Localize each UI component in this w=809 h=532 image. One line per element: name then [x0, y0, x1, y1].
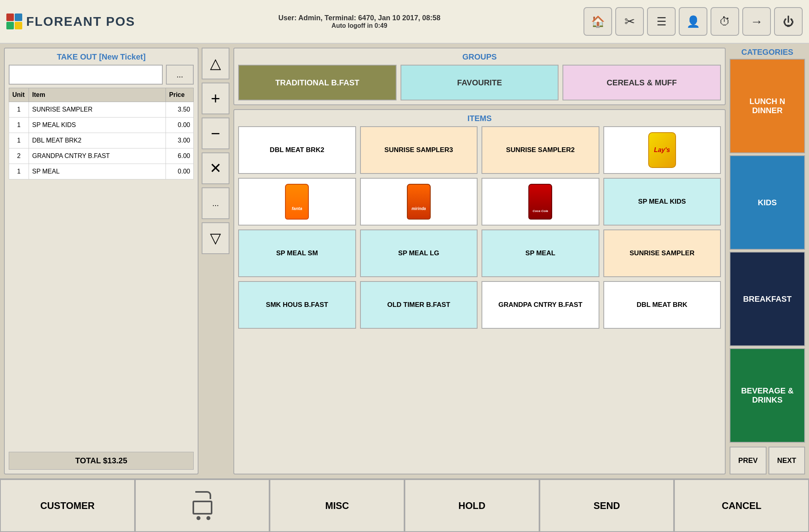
- cart-wheel-left: [196, 516, 200, 520]
- groups-buttons: TRADITIONAL B.FAST FAVOURITE CEREALS & M…: [238, 65, 721, 100]
- item-dbl-meat-brk2[interactable]: DBL MEAT BRK2: [238, 126, 356, 174]
- items-section: ITEMS DBL MEAT BRK2 SUNRISE SAMPLER3 SUN…: [233, 109, 726, 474]
- prev-button[interactable]: PREV: [730, 447, 767, 474]
- row-price: 0.00: [166, 164, 194, 179]
- center-panel: GROUPS TRADITIONAL B.FAST FAVOURITE CERE…: [233, 48, 726, 474]
- cart-body: [193, 501, 212, 515]
- logo-cell-red: [6, 13, 14, 21]
- ticket-input[interactable]: [9, 65, 163, 85]
- table-row[interactable]: 1 SP MEAL KIDS 0.00: [9, 118, 194, 133]
- row-unit: 1: [9, 164, 29, 179]
- item-sunrise-sampler[interactable]: SUNRISE SAMPLER: [603, 229, 721, 277]
- add-button[interactable]: +: [202, 83, 229, 114]
- categories-title: CATEGORIES: [730, 48, 805, 57]
- item-fanta[interactable]: [238, 178, 356, 226]
- item-dbl-meat-brk[interactable]: DBL MEAT BRK: [603, 281, 721, 329]
- forward-button[interactable]: →: [742, 7, 771, 36]
- up-arrow-button[interactable]: △: [202, 48, 229, 79]
- cocacola-image: [528, 184, 552, 220]
- cart-icon: [193, 491, 212, 520]
- table-row[interactable]: 1 SP MEAL 0.00: [9, 164, 194, 179]
- cancel-button[interactable]: CANCEL: [674, 479, 809, 532]
- cart-wheels: [196, 516, 210, 520]
- item-sunrise-sampler2[interactable]: SUNRISE SAMPLER2: [482, 126, 599, 174]
- header-info: User: Admin, Terminal: 6470, Jan 10 2017…: [143, 14, 576, 29]
- item-sunrise-sampler3[interactable]: SUNRISE SAMPLER3: [360, 126, 478, 174]
- subtract-button[interactable]: −: [202, 118, 229, 149]
- row-item: DBL MEAT BRK2: [29, 133, 166, 148]
- row-price: 3.50: [166, 102, 194, 118]
- logo-grid: [6, 13, 22, 29]
- table-row[interactable]: 2 GRANDPA CNTRY B.FAST 6.00: [9, 148, 194, 164]
- list-button[interactable]: ☰: [647, 7, 676, 36]
- item-sp-meal-sm[interactable]: SP MEAL SM: [238, 229, 356, 277]
- group-favourite[interactable]: FAVOURITE: [401, 65, 559, 100]
- row-price: 0.00: [166, 118, 194, 133]
- item-mirinda[interactable]: [360, 178, 478, 226]
- group-traditional-bfast[interactable]: TRADITIONAL B.FAST: [238, 65, 397, 100]
- item-cocacola[interactable]: [482, 178, 599, 226]
- item-old-timer-bfast[interactable]: OLD TIMER B.FAST: [360, 281, 478, 329]
- category-kids[interactable]: KIDS: [730, 155, 805, 250]
- cart-handle: [195, 491, 211, 499]
- row-item: SP MEAL KIDS: [29, 118, 166, 133]
- table-row[interactable]: 1 SUNRISE SAMPLER 3.50: [9, 102, 194, 118]
- down-arrow-button[interactable]: ▽: [202, 222, 229, 254]
- header-icons: 🏠 ✂ ☰ 👤 ⏱ → ⏻: [584, 7, 803, 36]
- items-grid: DBL MEAT BRK2 SUNRISE SAMPLER3 SUNRISE S…: [238, 126, 721, 329]
- left-panel: TAKE OUT [New Ticket] ... Unit Item Pric…: [4, 48, 198, 474]
- send-button[interactable]: SEND: [539, 479, 674, 532]
- timer-button[interactable]: ⏱: [711, 7, 739, 36]
- left-panel-wrapper: TAKE OUT [New Ticket] ... Unit Item Pric…: [4, 48, 229, 474]
- category-beverage-drinks[interactable]: BEVERAGE & DRINKS: [730, 348, 805, 443]
- item-smk-hous-bfast[interactable]: SMK HOUS B.FAST: [238, 281, 356, 329]
- item-sp-meal-lg[interactable]: SP MEAL LG: [360, 229, 478, 277]
- user-settings-button[interactable]: 👤: [679, 7, 707, 36]
- row-item: SUNRISE SAMPLER: [29, 102, 166, 118]
- item-sp-meal[interactable]: SP MEAL: [482, 229, 599, 277]
- category-nav: PREV NEXT: [730, 447, 805, 474]
- item-sp-meal-kids[interactable]: SP MEAL KIDS: [603, 178, 721, 226]
- right-panel: CATEGORIES LUNCH N DINNER KIDS BREAKFAST…: [730, 48, 805, 474]
- col-unit: Unit: [9, 88, 29, 102]
- logo-text: FLOREANT POS: [26, 14, 135, 29]
- col-item: Item: [29, 88, 166, 102]
- item-lays[interactable]: [603, 126, 721, 174]
- tools-button[interactable]: ✂: [615, 7, 644, 36]
- row-price: 3.00: [166, 133, 194, 148]
- misc-button[interactable]: MISC: [270, 479, 404, 532]
- header: FLOREANT POS User: Admin, Terminal: 6470…: [0, 0, 809, 44]
- category-breakfast[interactable]: BREAKFAST: [730, 252, 805, 346]
- row-item: GRANDPA CNTRY B.FAST: [29, 148, 166, 164]
- more-button[interactable]: ...: [202, 187, 229, 219]
- main-content: TAKE OUT [New Ticket] ... Unit Item Pric…: [0, 44, 809, 478]
- hold-button[interactable]: HOLD: [404, 479, 539, 532]
- category-lunch-dinner[interactable]: LUNCH N DINNER: [730, 59, 805, 153]
- ellipsis-button[interactable]: ...: [166, 65, 194, 85]
- row-unit: 2: [9, 148, 29, 164]
- home-button[interactable]: 🏠: [584, 7, 612, 36]
- next-button[interactable]: NEXT: [769, 447, 805, 474]
- item-grandpa-cntry-bfast[interactable]: GRANDPA CNTRY B.FAST: [482, 281, 599, 329]
- items-title: ITEMS: [238, 114, 721, 123]
- remove-button[interactable]: ✕: [202, 152, 229, 184]
- col-price: Price: [166, 88, 194, 102]
- power-button[interactable]: ⏻: [774, 7, 803, 36]
- table-row[interactable]: 1 DBL MEAT BRK2 3.00: [9, 133, 194, 148]
- row-item: SP MEAL: [29, 164, 166, 179]
- lays-image: [648, 132, 676, 168]
- group-cereals-muff[interactable]: CEREALS & MUFF: [562, 65, 721, 100]
- customer-button[interactable]: CUSTOMER: [0, 479, 135, 532]
- logo-area: FLOREANT POS: [6, 13, 135, 29]
- user-info-text: User: Admin, Terminal: 6470, Jan 10 2017…: [143, 14, 576, 22]
- total-row: TOTAL $13.25: [9, 452, 194, 470]
- cart-button[interactable]: [135, 479, 270, 532]
- ticket-title: TAKE OUT [New Ticket]: [9, 52, 194, 62]
- mirinda-image: [407, 184, 431, 220]
- row-unit: 1: [9, 133, 29, 148]
- cart-wheel-right: [206, 516, 210, 520]
- logo-cell-green: [6, 22, 14, 29]
- autologoff-text: Auto logoff in 0:49: [143, 22, 576, 29]
- logo-cell-yellow: [15, 22, 22, 29]
- row-price: 6.00: [166, 148, 194, 164]
